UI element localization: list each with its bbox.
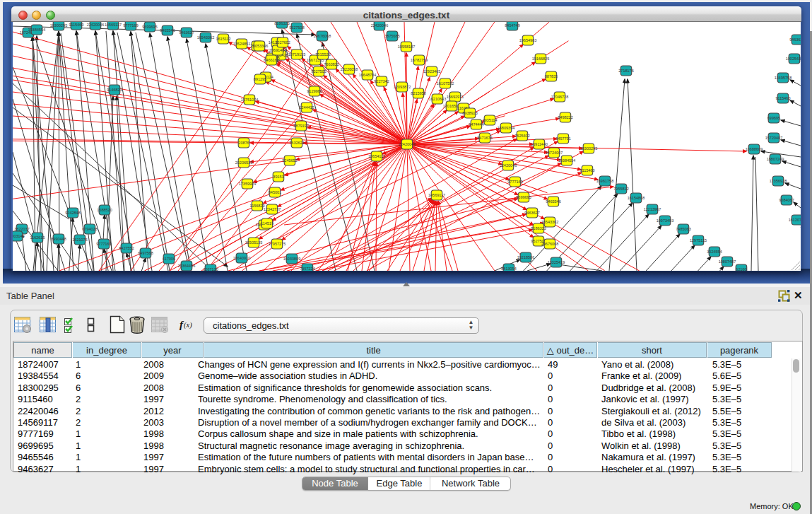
svg-text:9463627: 9463627 — [179, 30, 194, 35]
svg-text:9084067: 9084067 — [779, 198, 794, 202]
svg-text:3024554: 3024554 — [707, 250, 722, 254]
svg-text:9699695: 9699695 — [142, 25, 157, 29]
svg-text:10973493: 10973493 — [657, 218, 673, 223]
svg-text:7485063: 7485063 — [676, 227, 690, 231]
svg-text:9777169: 9777169 — [123, 23, 138, 28]
svg-text:891295: 891295 — [254, 77, 266, 81]
svg-text:13495758: 13495758 — [775, 76, 792, 80]
svg-text:16107552: 16107552 — [437, 81, 454, 86]
svg-text:9463627: 9463627 — [789, 37, 801, 42]
svg-text:8498222: 8498222 — [558, 115, 572, 119]
svg-text:1162615: 1162615 — [30, 235, 45, 240]
svg-text:9474444: 9474444 — [469, 122, 483, 127]
svg-text:22420046: 22420046 — [87, 23, 104, 27]
svg-text:18807249: 18807249 — [767, 157, 784, 161]
svg-text:16911440: 16911440 — [531, 142, 548, 146]
svg-text:20876: 20876 — [238, 141, 249, 145]
svg-text:16210643: 16210643 — [429, 97, 446, 101]
svg-text:16543362: 16543362 — [197, 35, 214, 40]
svg-text:15720407: 15720407 — [765, 136, 782, 140]
svg-text:20206535: 20206535 — [235, 160, 252, 165]
svg-text:12213967: 12213967 — [644, 207, 661, 211]
svg-text:16543362: 16543362 — [541, 220, 558, 224]
svg-text:18640910: 18640910 — [233, 256, 250, 260]
svg-text:15751074: 15751074 — [241, 98, 258, 102]
svg-text:12093872: 12093872 — [394, 85, 411, 89]
svg-text:9115460: 9115460 — [775, 96, 790, 100]
svg-text:16120746: 16120746 — [789, 218, 801, 222]
svg-text:10958187: 10958187 — [398, 45, 415, 49]
svg-text:9463627: 9463627 — [524, 211, 539, 215]
svg-text:3267130: 3267130 — [203, 267, 218, 271]
svg-text:18300295: 18300295 — [50, 23, 67, 28]
svg-text:2935114: 2935114 — [482, 118, 497, 122]
svg-text:9527505: 9527505 — [311, 69, 326, 74]
svg-text:9227342: 9227342 — [374, 79, 389, 83]
svg-text:15692971: 15692971 — [447, 95, 464, 99]
svg-text:9465546: 9465546 — [160, 28, 175, 33]
svg-text:9146821: 9146821 — [107, 88, 122, 92]
svg-text:3822037: 3822037 — [14, 227, 29, 231]
svg-text:9245652: 9245652 — [282, 158, 297, 163]
svg-text:29676068: 29676068 — [541, 242, 558, 246]
svg-text:20364456: 20364456 — [178, 264, 195, 268]
svg-text:20053346: 20053346 — [251, 44, 268, 48]
svg-text:9465546: 9465546 — [546, 199, 560, 204]
svg-text:19166825: 19166825 — [532, 57, 549, 61]
svg-text:14569117: 14569117 — [428, 193, 445, 197]
svg-text:19654983: 19654983 — [519, 38, 536, 42]
svg-text:114519: 114519 — [261, 221, 273, 226]
svg-text:17359924: 17359924 — [239, 182, 256, 186]
svg-text:22420046: 22420046 — [500, 163, 517, 168]
svg-text:10025433: 10025433 — [786, 57, 801, 61]
svg-text:8215958: 8215958 — [411, 91, 425, 95]
svg-text:1621075: 1621075 — [72, 238, 87, 242]
svg-text:16033809: 16033809 — [283, 257, 300, 261]
svg-text:7955812: 7955812 — [613, 187, 628, 191]
svg-text:3875685: 3875685 — [384, 34, 399, 38]
svg-text:7632621: 7632621 — [289, 141, 304, 145]
svg-text:9457791: 9457791 — [555, 136, 570, 141]
svg-text:9242848: 9242848 — [65, 211, 80, 215]
svg-text:18300295: 18300295 — [580, 146, 597, 151]
svg-text:9115460: 9115460 — [69, 23, 83, 27]
svg-text:16782759: 16782759 — [411, 58, 428, 62]
svg-text:9115460: 9115460 — [579, 168, 594, 173]
svg-text:10719155: 10719155 — [288, 52, 305, 57]
svg-text:9129966: 9129966 — [307, 89, 322, 93]
svg-text:10807487: 10807487 — [719, 259, 736, 264]
svg-text:15809394: 15809394 — [498, 126, 514, 130]
svg-text:6794028: 6794028 — [82, 227, 97, 231]
svg-text:13325419: 13325419 — [548, 260, 565, 264]
svg-text:845001: 845001 — [269, 190, 281, 194]
svg-text:12923465: 12923465 — [423, 69, 440, 74]
svg-text:62160: 62160 — [736, 267, 746, 271]
svg-text:23226058: 23226058 — [341, 67, 358, 71]
svg-text:1156829: 1156829 — [249, 204, 264, 208]
svg-text:16154808: 16154808 — [628, 196, 645, 200]
svg-text:8186323: 8186323 — [531, 226, 546, 230]
svg-text:8427552: 8427552 — [119, 246, 134, 250]
svg-text:6497568: 6497568 — [138, 251, 153, 255]
svg-text:17957275: 17957275 — [269, 242, 286, 246]
svg-text:6466160: 6466160 — [264, 58, 278, 62]
svg-text:9527508: 9527508 — [289, 25, 304, 30]
svg-text:8938923: 8938923 — [462, 111, 477, 115]
svg-text:14569117: 14569117 — [105, 23, 122, 27]
svg-text:6879197: 6879197 — [293, 124, 308, 128]
svg-text:12975115: 12975115 — [690, 238, 707, 243]
svg-text:417006: 417006 — [163, 257, 175, 261]
svg-text:10654112: 10654112 — [368, 154, 385, 158]
svg-text:39151: 39151 — [273, 175, 283, 179]
svg-text:7515526: 7515526 — [315, 52, 330, 57]
svg-text:1527602: 1527602 — [275, 40, 290, 45]
svg-text:16648784: 16648784 — [359, 73, 376, 77]
svg-text:7357224: 7357224 — [300, 267, 314, 271]
svg-text:1588520: 1588520 — [97, 208, 112, 212]
svg-text:8454749: 8454749 — [505, 23, 519, 28]
svg-text:19384554: 19384554 — [558, 158, 575, 163]
svg-text:1615112: 1615112 — [216, 37, 230, 41]
svg-text:19218506: 19218506 — [517, 255, 534, 259]
svg-text:16961758: 16961758 — [596, 179, 613, 183]
svg-text:20691406: 20691406 — [269, 48, 286, 52]
